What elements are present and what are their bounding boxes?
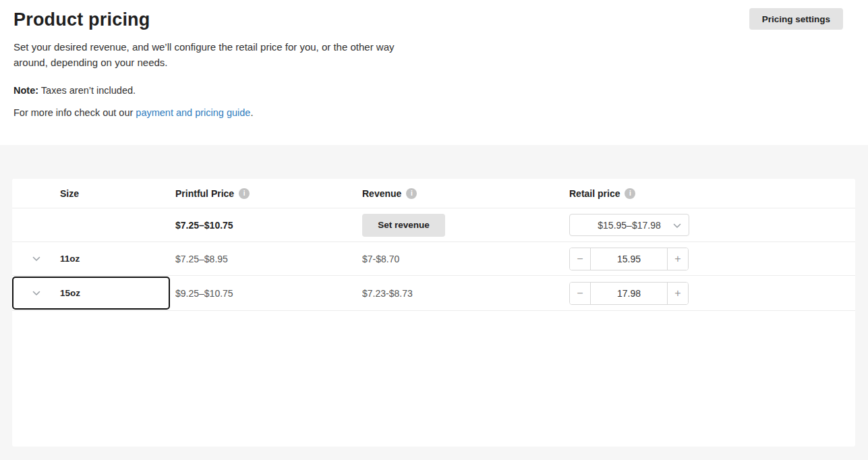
decrement-button[interactable]: − [570,248,590,270]
info-icon[interactable]: i [625,188,635,199]
increment-button[interactable]: + [668,283,688,304]
page-title: Product pricing [13,9,855,30]
note-label: Note: [13,85,38,96]
column-header-retail-price: Retail pricei [569,188,855,199]
expand-row-button[interactable] [12,256,60,262]
printful-price-header-label: Printful Price [175,188,234,199]
info-suffix: . [250,107,253,118]
chevron-down-icon [673,223,681,229]
retail-price-range-dropdown[interactable]: $15.95–$17.98 [569,214,689,236]
summary-printful-price-range: $7.25–$10.75 [175,220,362,231]
retail-price-range-value: $15.95–$17.98 [598,220,660,231]
retail-price-stepper: − + [569,248,689,270]
set-revenue-button[interactable]: Set revenue [362,214,445,237]
retail-price-input[interactable] [590,248,668,270]
info-icon[interactable]: i [239,188,250,199]
size-label: 11oz [60,254,175,264]
retail-price-stepper: − + [569,282,689,305]
table-row: 11oz $7.25–$8.95 $7-$8.70 − + [12,242,855,276]
note-line: Note: Taxes aren’t included. [13,85,855,96]
pricing-panel: Size Printful Pricei Revenuei Retail pri… [0,145,868,460]
retail-price-header-label: Retail price [569,188,620,199]
info-prefix: For more info check out our [13,107,136,118]
revenue-value: $7-$8.70 [362,254,569,264]
table-row: 15oz $9.25–$10.75 $7.23-$8.73 − + [12,276,855,311]
info-icon[interactable]: i [406,188,417,199]
page-description: Set your desired revenue, and we’ll conf… [13,39,426,70]
summary-row: $7.25–$10.75 Set revenue $15.95–$17.98 [12,208,855,242]
table-header-row: Size Printful Pricei Revenuei Retail pri… [12,179,855,208]
printful-price-value: $9.25–$10.75 [175,288,362,299]
column-header-printful-price: Printful Pricei [175,188,362,199]
payment-pricing-guide-link[interactable]: payment and pricing guide [136,107,250,118]
column-header-revenue: Revenuei [362,188,569,199]
revenue-value: $7.23-$8.73 [362,288,569,299]
increment-button[interactable]: + [668,248,688,270]
expand-row-button[interactable] [12,291,60,296]
size-label: 15oz [60,288,175,298]
note-text: Taxes aren’t included. [38,85,136,96]
column-header-size: Size [60,188,175,199]
decrement-button[interactable]: − [570,283,590,304]
pricing-table: Size Printful Pricei Revenuei Retail pri… [12,179,855,447]
size-header-label: Size [60,188,79,199]
retail-price-input[interactable] [590,283,668,304]
info-line: For more info check out our payment and … [13,107,855,118]
pricing-settings-button[interactable]: Pricing settings [749,8,843,30]
revenue-header-label: Revenue [362,188,401,199]
page-header: Product pricing Pricing settings Set you… [0,0,868,145]
printful-price-value: $7.25–$8.95 [175,254,362,264]
